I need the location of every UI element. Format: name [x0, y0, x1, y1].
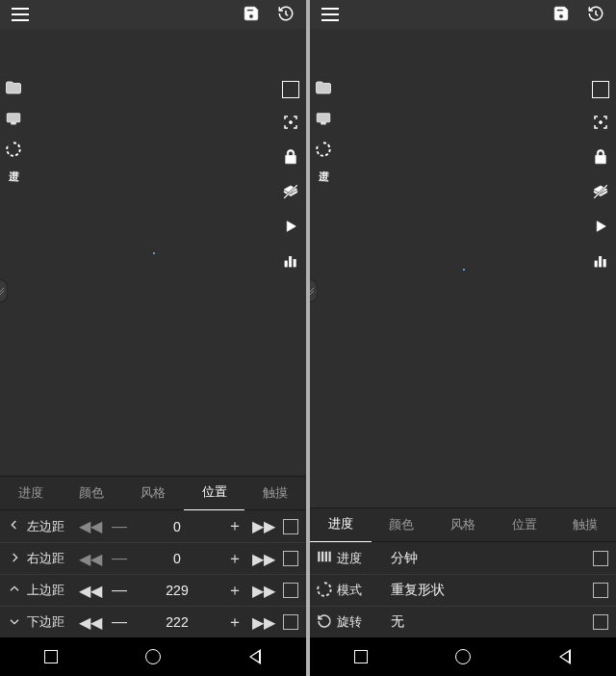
- svg-rect-5: [285, 261, 287, 267]
- nav-recent[interactable]: [41, 647, 61, 666]
- row-label: 下边距: [27, 613, 75, 631]
- tab-4[interactable]: 触摸: [554, 507, 616, 542]
- fast-forward-icon[interactable]: ▶▶: [250, 613, 277, 632]
- svg-rect-17: [321, 552, 323, 562]
- row-label: 旋转: [337, 613, 379, 631]
- drawer-handle[interactable]: [0, 279, 8, 302]
- row-checkbox[interactable]: [283, 583, 298, 598]
- svg-rect-16: [318, 552, 320, 562]
- tab-2[interactable]: 风格: [432, 507, 494, 542]
- play-icon[interactable]: [590, 216, 611, 237]
- setting-row-0[interactable]: 进度分钟: [310, 542, 616, 574]
- nav-home[interactable]: [143, 647, 163, 666]
- row-checkbox[interactable]: [283, 551, 298, 566]
- plus-icon[interactable]: ＋: [221, 516, 248, 536]
- fast-forward-icon[interactable]: ▶▶: [250, 582, 277, 600]
- nav-home[interactable]: [453, 647, 473, 666]
- layers-off-icon[interactable]: [280, 181, 301, 202]
- history-icon[interactable]: [587, 5, 604, 25]
- tab-1[interactable]: 颜色: [62, 476, 123, 510]
- svg-rect-6: [290, 257, 292, 268]
- folder-icon[interactable]: [315, 79, 332, 96]
- row-checkbox[interactable]: [283, 519, 298, 534]
- svg-rect-15: [603, 260, 605, 268]
- layers-off-icon[interactable]: [590, 181, 611, 202]
- minus-icon[interactable]: —: [106, 518, 133, 535]
- row-checkbox[interactable]: [283, 614, 298, 630]
- setting-row-1[interactable]: 模式重复形状: [310, 574, 616, 606]
- fast-rewind-icon[interactable]: ◀◀: [77, 613, 104, 632]
- tab-3[interactable]: 位置: [494, 507, 555, 542]
- screen-icon[interactable]: [5, 110, 22, 127]
- plus-icon[interactable]: ＋: [221, 581, 248, 601]
- row-value: 无: [381, 613, 587, 631]
- menu-icon[interactable]: [12, 8, 29, 21]
- tab-2[interactable]: 风格: [122, 476, 184, 510]
- tab-0[interactable]: 进度: [0, 476, 62, 510]
- progress-tool-icon[interactable]: 进度: [5, 141, 22, 162]
- margin-row-3: 下边距◀◀—222＋▶▶: [0, 606, 306, 637]
- tabs-row: 进度颜色风格位置触摸: [310, 507, 616, 542]
- history-icon[interactable]: [277, 5, 295, 25]
- minus-icon[interactable]: —: [106, 613, 133, 631]
- screen-icon[interactable]: [315, 110, 332, 127]
- save-icon[interactable]: [552, 5, 570, 25]
- svg-rect-8: [317, 114, 330, 122]
- position-panel: 左边距◀◀—0＋▶▶右边距◀◀—0＋▶▶上边距◀◀—229＋▶▶下边距◀◀—22…: [0, 510, 306, 637]
- row-value: 重复形状: [381, 582, 587, 599]
- tab-1[interactable]: 颜色: [372, 507, 433, 542]
- drawer-handle[interactable]: [310, 279, 318, 302]
- selection-box[interactable]: [463, 269, 465, 271]
- setting-row-2[interactable]: 旋转无: [310, 606, 616, 637]
- svg-rect-13: [595, 261, 597, 267]
- save-icon[interactable]: [243, 5, 260, 25]
- minus-icon[interactable]: —: [106, 582, 133, 599]
- fast-rewind-icon[interactable]: ◀◀: [77, 550, 104, 568]
- progress-tool-icon[interactable]: 进度: [315, 141, 332, 162]
- svg-rect-7: [294, 260, 295, 268]
- arrow-right-icon: [4, 550, 25, 568]
- row-label: 左边距: [27, 518, 75, 535]
- fast-forward-icon[interactable]: ▶▶: [250, 517, 277, 535]
- fast-rewind-icon[interactable]: ◀◀: [77, 582, 104, 600]
- plus-icon[interactable]: ＋: [221, 612, 248, 633]
- row-label: 右边距: [27, 550, 75, 567]
- svg-rect-19: [329, 552, 331, 562]
- minus-icon[interactable]: —: [106, 550, 133, 567]
- bounds-icon[interactable]: [282, 81, 299, 98]
- play-icon[interactable]: [280, 216, 301, 237]
- row-checkbox[interactable]: [593, 551, 608, 566]
- tab-3[interactable]: 位置: [184, 475, 245, 511]
- row-label: 上边距: [27, 582, 75, 599]
- row-checkbox[interactable]: [593, 614, 608, 630]
- tabs-row: 进度颜色风格位置触摸: [0, 476, 306, 510]
- fast-rewind-icon[interactable]: ◀◀: [77, 517, 104, 535]
- menu-icon[interactable]: [321, 8, 339, 21]
- bounds-icon[interactable]: [592, 81, 609, 98]
- equalizer-icon[interactable]: [280, 250, 301, 272]
- lock-icon[interactable]: [280, 146, 301, 168]
- canvas-area[interactable]: 进度: [0, 29, 306, 476]
- nav-back[interactable]: [245, 647, 265, 666]
- tab-4[interactable]: 触摸: [244, 476, 306, 510]
- focus-icon[interactable]: [280, 112, 301, 133]
- canvas-area[interactable]: 进度: [310, 29, 616, 507]
- bars-icon: [314, 548, 335, 568]
- selection-box[interactable]: [153, 252, 155, 254]
- focus-icon[interactable]: [590, 112, 611, 133]
- nav-back[interactable]: [555, 647, 575, 666]
- arrow-left-icon: [4, 517, 25, 535]
- statusbar: [310, 0, 616, 29]
- row-checkbox[interactable]: [593, 583, 608, 598]
- tab-0[interactable]: 进度: [310, 507, 372, 543]
- equalizer-icon[interactable]: [590, 250, 611, 272]
- folder-icon[interactable]: [5, 79, 22, 96]
- arrow-up-icon: [4, 582, 25, 600]
- statusbar: [0, 0, 306, 29]
- nav-recent[interactable]: [351, 647, 371, 666]
- fast-forward-icon[interactable]: ▶▶: [250, 550, 277, 568]
- lock-icon[interactable]: [590, 146, 611, 168]
- plus-icon[interactable]: ＋: [221, 549, 248, 569]
- svg-rect-9: [321, 123, 326, 125]
- row-label: 进度: [337, 550, 379, 567]
